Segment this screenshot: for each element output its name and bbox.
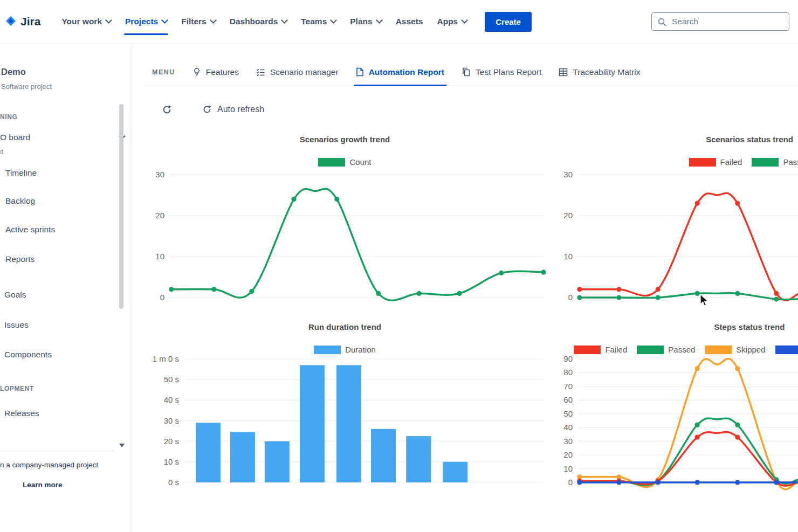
svg-text:10: 10	[155, 252, 164, 261]
report-tabs: MENU Features Scenario manager Automatio…	[144, 58, 798, 86]
jira-logo-icon	[4, 15, 17, 28]
sidebar-item-active-sprints[interactable]: Active sprints	[5, 225, 55, 234]
scenarios-status-trend-chart: Scenarios status trend FailedPassed 0102…	[561, 129, 798, 313]
learn-more-link[interactable]: Learn more	[23, 481, 63, 489]
chevron-down-icon	[376, 17, 383, 24]
tab-scenario-manager[interactable]: Scenario manager	[256, 58, 339, 86]
svg-text:0: 0	[568, 293, 573, 302]
chevron-down-icon	[330, 17, 337, 24]
chevron-down-icon	[281, 17, 288, 24]
refresh-button[interactable]	[162, 105, 172, 115]
board-selector[interactable]: O board	[0, 133, 125, 142]
tab-test-plans-report[interactable]: Test Plans Report	[462, 58, 541, 86]
project-type: Software project	[1, 82, 52, 91]
nav-label: Dashboards	[230, 17, 278, 26]
tab-features[interactable]: Features	[192, 58, 239, 86]
sidebar-item-releases[interactable]: Releases	[4, 409, 39, 418]
svg-text:50 s: 50 s	[164, 375, 179, 384]
nav-label: Apps	[437, 17, 458, 26]
nav-your-work[interactable]: Your work	[61, 17, 111, 26]
top-navigation: Jira Your work Projects Filters Dashboar…	[0, 0, 798, 44]
svg-text:10: 10	[563, 464, 573, 473]
sidebar-item-components[interactable]: Components	[4, 350, 52, 360]
auto-refresh-toggle[interactable]: Auto refresh	[202, 105, 264, 114]
refresh-icon	[162, 105, 172, 115]
svg-text:10 s: 10 s	[164, 457, 179, 466]
tab-label: Test Plans Report	[476, 67, 541, 77]
svg-text:70: 70	[563, 382, 573, 391]
sidebar-item-backlog[interactable]: Backlog	[5, 196, 35, 206]
sidebar-border	[131, 44, 132, 532]
tab-label: Features	[206, 67, 239, 77]
search-box[interactable]	[651, 12, 789, 31]
svg-text:10: 10	[563, 252, 573, 261]
sidebar-item-reports[interactable]: Reports	[5, 254, 35, 264]
menu-toggle[interactable]: MENU	[152, 68, 175, 76]
nav-label: Plans	[350, 17, 372, 26]
section-planning: NING	[0, 113, 17, 121]
line-chart-plot: 0102030	[561, 129, 798, 313]
brand-wordmark: Jira	[20, 15, 40, 28]
sidebar-item-timeline[interactable]: Timeline	[5, 168, 37, 178]
nav-label: Teams	[301, 17, 327, 26]
svg-text:50: 50	[563, 409, 573, 418]
tab-automation-report[interactable]: Automation Report	[356, 58, 444, 86]
search-input[interactable]	[671, 16, 783, 27]
tab-label: Scenario manager	[270, 67, 339, 77]
nav-filters[interactable]: Filters	[181, 17, 216, 26]
nav-label: Filters	[181, 17, 207, 26]
svg-text:20: 20	[155, 211, 164, 220]
project-sidebar: Demo Software project NING O board d Tim…	[0, 44, 131, 532]
tab-label: Automation Report	[369, 67, 444, 77]
svg-text:20 s: 20 s	[164, 437, 179, 446]
auto-refresh-label: Auto refresh	[217, 105, 264, 114]
svg-text:20: 20	[563, 450, 573, 459]
nav-label: Your work	[61, 17, 102, 26]
line-chart-plot: 0102030	[144, 129, 546, 313]
nav-apps[interactable]: Apps	[437, 17, 467, 26]
sidebar-footer-text: n a company-managed project	[0, 461, 98, 469]
svg-text:80: 80	[563, 368, 573, 377]
nav-plans[interactable]: Plans	[350, 17, 381, 26]
line-chart-plot: 0102030405060708090	[561, 317, 798, 500]
nav-projects[interactable]: Projects	[125, 17, 167, 26]
matrix-grid-icon	[559, 68, 568, 77]
jira-brand[interactable]: Jira	[4, 15, 40, 28]
svg-text:90: 90	[563, 354, 573, 363]
create-button[interactable]: Create	[485, 12, 532, 32]
svg-text:30: 30	[155, 170, 164, 179]
nav-teams[interactable]: Teams	[301, 17, 336, 26]
project-name: Demo	[1, 67, 26, 77]
lightbulb-icon	[192, 67, 201, 77]
nav-label: Projects	[125, 17, 158, 26]
chevron-down-icon	[105, 17, 112, 24]
svg-text:30 s: 30 s	[164, 416, 179, 425]
svg-text:0: 0	[568, 478, 573, 487]
checklist-icon	[256, 68, 265, 77]
copy-pages-icon	[462, 67, 471, 77]
board-subtitle: d	[0, 148, 3, 155]
svg-text:60: 60	[563, 395, 573, 404]
search-icon	[657, 17, 666, 26]
bar-chart-plot: 0 s10 s20 s30 s40 s50 s1 m 0 s	[144, 317, 546, 500]
run-duration-trend-chart: Run duration trend Duration 0 s10 s20 s3…	[144, 317, 546, 500]
section-development: LOPMENT	[0, 385, 34, 392]
sidebar-item-goals[interactable]: Goals	[4, 290, 26, 300]
nav-assets[interactable]: Assets	[396, 17, 423, 26]
tab-traceability-matrix[interactable]: Traceability Matrix	[559, 58, 640, 86]
scroll-down-arrow-icon[interactable]	[119, 444, 125, 447]
sidebar-scrollbar[interactable]	[119, 104, 123, 309]
chevron-down-icon	[161, 17, 168, 24]
chevron-down-icon	[461, 17, 468, 24]
svg-text:30: 30	[563, 437, 573, 446]
steps-status-trend-chart: Steps status trend FailedPassedSkipped 0…	[561, 317, 798, 500]
nav-dashboards[interactable]: Dashboards	[230, 17, 287, 26]
svg-text:20: 20	[563, 211, 573, 220]
svg-text:30: 30	[563, 170, 573, 179]
svg-text:40 s: 40 s	[164, 395, 179, 404]
svg-text:40: 40	[563, 423, 573, 432]
sidebar-item-issues[interactable]: Issues	[4, 320, 29, 330]
sidebar-divider	[0, 452, 114, 452]
board-name: O board	[0, 133, 30, 142]
nav-label: Assets	[396, 17, 423, 26]
